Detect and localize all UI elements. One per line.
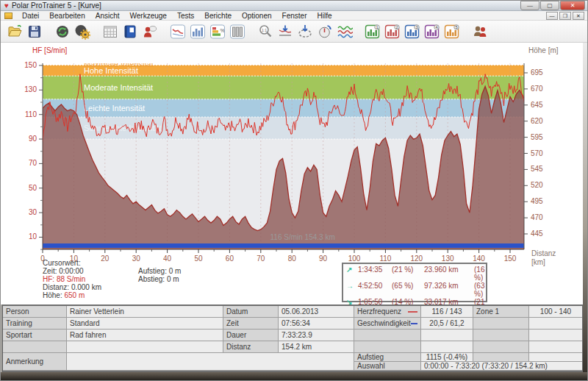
zoom-1to1-button[interactable]: 1:1 [255,21,275,41]
close-button[interactable]: ✕ [560,1,585,10]
svg-text:150: 150 [504,254,517,263]
cursor-line: HF: 88 S/min [43,275,101,283]
training-diary-button[interactable] [120,21,140,41]
zone-label: Hohe Intensität [84,66,138,75]
chart-1-icon: 1 [365,24,381,40]
plot-area: Maximale IntensitätHohe IntensitätModera… [43,60,526,249]
cursor-info: Cursorwert:Zeit: 0:00:00HF: 88 S/minDist… [43,259,101,299]
cursor-title: Cursorwert: [43,259,101,267]
summary-cell-100-140: 100 - 140 [529,306,582,317]
svg-text:520: 520 [531,181,543,189]
svg-text:620: 620 [531,117,543,125]
summary-cell [354,341,420,352]
multi-curves-icon [337,24,353,40]
svg-text:5: 5 [455,25,457,29]
legend-row: ↗1:34:35(21 %)23.960 km(16 %) [346,266,484,282]
intensity-legend: ↗1:34:35(21 %)23.960 km(16 %)→4:52:50(65… [342,263,487,302]
svg-text:90: 90 [29,135,37,143]
summary-cell [354,330,420,341]
menu-berichte[interactable]: Berichte [199,12,237,20]
summary-table: PersonRainer VetterleinDatum05.06.2013He… [1,305,584,372]
menu-ansicht[interactable]: Ansicht [90,12,125,20]
users-icon [472,24,488,40]
speed-series [43,243,524,248]
legend-distance: 23.960 km [424,266,474,282]
menu-hilfe[interactable]: Hilfe [312,12,337,20]
cursor-line: Distanz: 0.000 km [43,283,101,291]
save-button[interactable] [24,21,44,41]
svg-text:645: 645 [531,101,543,109]
chart-4-button[interactable]: 4 [422,21,442,41]
chart-2-button[interactable]: 2 [382,21,402,41]
svg-text:570: 570 [531,149,543,157]
lap-timer-button[interactable] [315,21,334,41]
menu-tests[interactable]: Tests [172,12,199,20]
bar-view-button[interactable] [187,21,207,41]
chart-5-button[interactable]: 5 [442,21,462,41]
altitude-axis-title: Höhe [m] [528,46,559,54]
svg-text:670: 670 [531,85,543,93]
users-button[interactable] [470,21,490,41]
climb-line: Aufstieg: 0 m [138,267,181,275]
legend-distance: 97.326 km [424,282,474,298]
summary-cell-07-56-34: 07:56:34 [279,318,354,329]
summary-cell-20-5-61-2: 20,5 / 61,2 [421,318,473,329]
svg-text:100: 100 [348,254,361,263]
lap-view-button[interactable] [227,21,247,41]
menu-fenster[interactable]: Fenster [277,12,312,20]
window-frame-right [583,43,587,381]
summary-cell [529,330,582,341]
calendar-button[interactable] [100,21,120,41]
lap-timer-icon [317,24,333,40]
chart-2-icon: 2 [384,24,401,40]
legend-time: 1:34:35 [358,266,392,282]
summary-cell [529,341,582,352]
hf-axis-title: HF [S/min] [32,46,67,54]
open-file-button[interactable] [4,21,24,41]
svg-text:120: 120 [410,254,423,263]
summary-cell-zone-1: Zone 1 [473,306,528,317]
distance-axis-title: Distanz [531,249,556,257]
child-window-icon [4,13,12,19]
settings-button[interactable] [72,21,92,41]
zoom-1to1-icon: 1:1 [257,24,273,40]
selection-button[interactable] [295,21,315,41]
summary-cell [421,330,473,341]
sync-button[interactable] [52,21,72,41]
minimize-button[interactable]: — [520,1,539,10]
svg-text:1:1: 1:1 [262,27,267,32]
title-bar: ♥ Polar ProTrainer 5 - [Kurve] — ▢ ✕ [1,1,587,11]
svg-text:110: 110 [379,254,391,263]
distribution-view-button[interactable]: % [207,21,227,41]
svg-text:30: 30 [29,208,37,216]
svg-text:50: 50 [194,254,203,263]
mdi-close-button[interactable]: ✕ [573,12,584,20]
svg-text:30: 30 [132,254,141,263]
svg-text:70: 70 [29,159,37,167]
legend-distance-pct: (63 %) [474,282,484,298]
distribution-view-icon: % [209,24,226,40]
menu-werkzeuge[interactable]: Werkzeuge [125,12,172,20]
mdi-minimize-button[interactable]: — [546,12,558,20]
chart-svg[interactable]: Maximale IntensitätHohe IntensitätModera… [1,43,588,271]
sync-icon [54,24,71,40]
summary-cell [473,330,528,341]
chart-1-button[interactable]: 1 [362,21,382,41]
chart-3-button[interactable]: 3 [402,21,422,41]
menu-optionen[interactable]: Optionen [237,12,277,20]
legend-arrow-icon: → [346,282,358,298]
maximize-button[interactable]: ▢ [540,1,559,10]
summary-cell-person: Person [3,306,66,317]
person-info-button[interactable] [140,21,159,41]
legend-time: 4:52:50 [358,282,392,298]
menu-bearbeiten[interactable]: Bearbeiten [44,12,90,20]
multi-curves-button[interactable] [334,21,354,41]
menu-datei[interactable]: Datei [17,12,44,20]
mdi-restore-button[interactable]: ❐ [559,12,571,20]
export-curve-button[interactable] [275,21,295,41]
summary-cell-rainer-vetterlein: Rainer Vetterlein [67,306,223,317]
series-color-swatch [408,311,417,313]
curve-view-button[interactable] [168,21,187,41]
svg-text:470: 470 [531,213,543,221]
svg-text:10: 10 [29,232,37,241]
